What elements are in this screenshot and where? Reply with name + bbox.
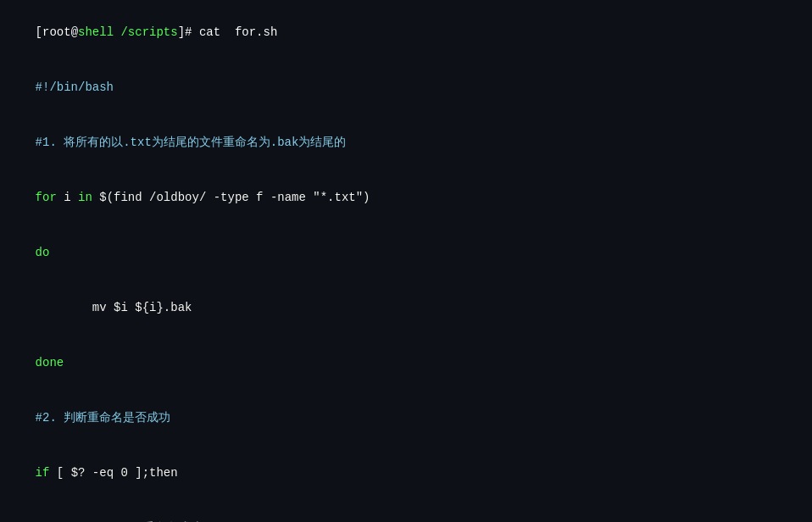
terminal-window[interactable]: [root@shell /scripts]# cat for.sh #!/bin… [0, 0, 812, 522]
at-sign: @ [71, 25, 78, 39]
line-comment-2: #2. 判断重命名是否成功 [7, 391, 805, 446]
user-label: root [42, 25, 71, 39]
line-shebang: #!/bin/bash [7, 60, 805, 115]
if-keyword-1: if [36, 466, 50, 480]
shebang-text: #!/bin/bash [36, 81, 114, 94]
line-prompt: [root@shell /scripts]# cat for.sh [7, 5, 805, 60]
command: cat for.sh [199, 25, 277, 39]
line-mv-1: mv $i ${i}.bak [7, 280, 805, 336]
line-echo-1: echo "重命名成功！" [7, 502, 805, 522]
bracket-open: [ [36, 25, 42, 39]
mv-cmd-1: mv $i ${i}.bak [36, 301, 192, 314]
if-cond-1: [ $? -eq 0 ];then [49, 466, 177, 480]
hash: # [185, 25, 199, 39]
for-var-1: i [57, 191, 78, 204]
line-do-1: do [7, 225, 805, 280]
path: /scripts [114, 25, 178, 39]
for-keyword-1: for [36, 191, 57, 204]
line-for-1: for i in $(find /oldboy/ -type f -name "… [7, 170, 805, 225]
line-done-1: done [7, 336, 805, 391]
do-keyword-1: do [36, 246, 50, 259]
in-keyword-1: in [78, 191, 92, 204]
bracket-close: ] [178, 25, 185, 39]
done-keyword-1: done [36, 356, 64, 369]
hostname: shell [78, 25, 114, 39]
for-body-1: $(find /oldboy/ -type f -name "*.txt") [92, 191, 370, 204]
comment-2-text: #2. 判断重命名是否成功 [36, 411, 171, 425]
line-if-1: if [ $? -eq 0 ];then [7, 447, 805, 502]
line-comment-1: #1. 将所有的以.txt为结尾的文件重命名为.bak为结尾的 [7, 115, 805, 170]
comment-1-text: #1. 将所有的以.txt为结尾的文件重命名为.bak为结尾的 [36, 136, 347, 149]
